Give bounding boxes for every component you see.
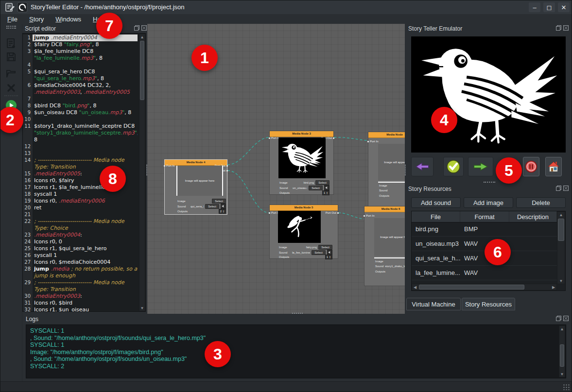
pause-button[interactable] <box>523 157 539 176</box>
code-line[interactable]: 1jump .mediaEntry0004 <box>23 34 138 41</box>
code-line[interactable]: 25Icons r1, $qui_sera_le_hero <box>23 245 138 252</box>
table-row[interactable]: un_oiseau.mp3WAV <box>412 237 557 251</box>
code-line[interactable]: 31Icons r0, $bird <box>23 300 138 307</box>
toolbar-grip[interactable] <box>6 26 16 27</box>
table-hscrollbar[interactable]: ◀ ▶ <box>412 284 557 290</box>
node-title[interactable]: Media Node 6 <box>364 206 405 212</box>
code-line[interactable]: 13 <box>23 150 138 157</box>
code-line[interactable]: "la_fee_luminelle.mp3", 8 <box>23 55 138 62</box>
home-button[interactable] <box>545 157 562 176</box>
code-line[interactable]: jump is enough <box>23 273 138 279</box>
float-icon[interactable] <box>556 316 561 321</box>
media-node-5[interactable]: Media Node 5 Port In Port Out Image fair… <box>269 205 338 259</box>
column-header-description[interactable]: Description <box>509 211 557 222</box>
close-icon[interactable] <box>141 25 147 31</box>
speaker-icon[interactable] <box>324 185 329 190</box>
open-folder-icon[interactable] <box>5 68 17 79</box>
media-node-6[interactable]: Media Node 6 Port In Image will appear h… <box>364 206 405 286</box>
outputs-spinner[interactable]: 1▲▼ <box>325 255 332 259</box>
code-line[interactable]: 21 <box>23 211 138 218</box>
resize-grip[interactable] <box>563 384 570 390</box>
code-line[interactable]: 18syscall 1 <box>23 191 138 198</box>
minimize-button[interactable]: – <box>529 2 540 12</box>
media-node-partial[interactable]: Media Node Port In Image will appear her… <box>368 132 405 209</box>
code-line[interactable]: 11$story1_drako_luminelle_sceptre DC8 <box>23 123 138 130</box>
select-button[interactable]: Select <box>318 245 332 250</box>
code-line[interactable]: 8 <box>23 136 138 143</box>
code-line[interactable]: "qui_sera_le_hero.mp3", 8 <box>23 75 138 82</box>
outputs-spinner[interactable]: 2▲▼ <box>219 209 226 214</box>
code-line[interactable]: 12 <box>23 143 138 150</box>
scroll-down-icon[interactable]: ▼ <box>139 305 145 311</box>
code-line[interactable]: 10 <box>23 116 138 123</box>
splitter-handle[interactable] <box>292 313 303 314</box>
toolbar-grip[interactable] <box>6 28 16 29</box>
save-icon[interactable] <box>5 51 17 63</box>
splitter-handle[interactable] <box>484 182 495 183</box>
code-line[interactable]: 26syscall 1 <box>23 252 138 259</box>
script-editor-scrollbar[interactable]: ▲ ▼ <box>139 34 145 311</box>
code-line[interactable]: 22; ---------------------------- Media n… <box>23 218 138 225</box>
code-line[interactable]: 23.mediaEntry0004: <box>23 232 138 239</box>
node-canvas[interactable]: Media Node 4 Port In Port Out Port Out I… <box>147 24 405 314</box>
log-output[interactable]: ▲ ▼ SYSCALL: 1, Sound: "/home/anthony/os… <box>26 324 566 378</box>
table-vscrollbar[interactable]: ▲ ▼ <box>557 211 565 284</box>
code-line[interactable]: 19Icons r0, .mediaEntry0006 <box>23 198 138 205</box>
table-row[interactable]: bird.pngBMP <box>412 222 557 237</box>
scroll-down-icon[interactable]: ▼ <box>557 278 565 284</box>
scroll-down-icon[interactable]: ▼ <box>559 371 565 377</box>
close-project-icon[interactable] <box>5 82 17 94</box>
code-line[interactable]: 24Icons r0, 0 <box>23 239 138 245</box>
scroll-right-icon[interactable]: ▶ <box>551 284 556 290</box>
code-line[interactable]: 14; ---------------------------- Media n… <box>23 157 138 164</box>
add-sound-button[interactable]: Add sound <box>411 197 461 208</box>
scroll-up-icon[interactable]: ▲ <box>559 326 565 332</box>
media-node-4[interactable]: Media Node 4 Port In Port Out Port Out I… <box>164 159 227 215</box>
outputs-spinner[interactable]: 1▲▼ <box>322 190 329 195</box>
code-line[interactable]: 20ret <box>23 205 138 211</box>
column-header-file[interactable]: File <box>412 211 460 222</box>
code-line[interactable]: 8$bird DC8 "bird.png", 8 <box>23 102 138 109</box>
tab-story-resources[interactable]: Story Resources <box>462 298 515 310</box>
code-line[interactable]: 4 <box>23 62 138 68</box>
close-icon[interactable] <box>563 316 569 321</box>
menu-item-story[interactable]: Story <box>29 16 44 23</box>
code-line[interactable]: 30.mediaEntry0003: <box>23 293 138 300</box>
tab-virtual-machine[interactable]: Virtual Machine <box>406 298 461 310</box>
code-line[interactable]: .mediaEntry0003, .mediaEntry0005 <box>23 89 138 96</box>
menu-item-windows[interactable]: Windows <box>55 16 81 23</box>
scroll-up-icon[interactable]: ▲ <box>139 34 145 40</box>
maximize-button[interactable]: ◻ <box>543 2 555 12</box>
code-line[interactable]: 29; ---------------------------- Media n… <box>23 279 138 286</box>
code-line[interactable]: 5$qui_sera_le_hero DC8 <box>23 68 138 75</box>
table-row[interactable]: la_fee_lumine...WAV <box>412 266 557 280</box>
scroll-up-icon[interactable]: ▲ <box>557 212 565 218</box>
close-icon[interactable] <box>563 25 569 31</box>
code-line[interactable]: 6$mediaChoice0004 DC32, 2, <box>23 82 138 89</box>
code-line[interactable]: 7 <box>23 96 138 102</box>
media-node-3[interactable]: Media Node 3 Port In Port Out Image bird… <box>269 131 334 195</box>
code-line[interactable]: 27Icons r0, $mediaChoice0004 <box>23 259 138 266</box>
select-button[interactable]: Select <box>212 199 226 204</box>
table-header[interactable]: FileFormatDescription <box>412 211 565 222</box>
menu-item-file[interactable]: File <box>7 16 17 23</box>
float-icon[interactable] <box>556 186 561 191</box>
back-button[interactable] <box>411 157 433 176</box>
code-line[interactable]: Type: Choice <box>23 225 138 232</box>
code-line[interactable]: 28jump .media ; no return possible, so a <box>23 266 138 273</box>
select-button[interactable]: Select <box>309 186 323 190</box>
ok-button[interactable] <box>443 157 464 176</box>
code-line[interactable]: Type: Transition <box>23 286 138 293</box>
speaker-icon[interactable] <box>221 204 226 209</box>
new-script-icon[interactable] <box>5 37 17 49</box>
script-editor[interactable]: 1jump .mediaEntry00042$fairy DC8 "fairy.… <box>22 33 146 312</box>
code-line[interactable]: "story1_drako_luminelle_sceptre.mp3", <box>23 130 138 136</box>
add-image-button[interactable]: Add image <box>464 197 513 208</box>
scroll-left-icon[interactable]: ◀ <box>412 284 418 290</box>
close-icon[interactable] <box>563 186 569 191</box>
logs-scrollbar[interactable]: ▲ ▼ <box>559 325 565 377</box>
delete-button[interactable]: Delete <box>516 197 566 208</box>
close-button[interactable]: ✕ <box>558 2 570 12</box>
node-title[interactable]: Media Node 5 <box>270 205 338 211</box>
code-line[interactable]: 3$la_fee_luminelle DC8 <box>23 48 138 55</box>
